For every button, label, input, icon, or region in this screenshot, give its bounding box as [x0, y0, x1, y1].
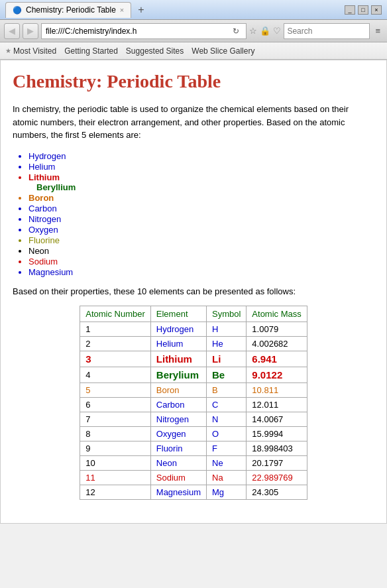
window-controls: _ □ ×: [345, 5, 382, 15]
table-row: 2 Helium He 4.002682: [80, 336, 307, 351]
table-row: 4 Berylium Be 9.0122: [80, 367, 307, 382]
element-symbol: Be: [207, 367, 247, 382]
most-visited-icon: ★: [5, 47, 11, 54]
table-row: 12 Magnesium Mg 24.305: [80, 485, 307, 499]
tab-favicon: 🔵: [13, 6, 22, 15]
atomic-mass: 18.998403: [247, 441, 307, 455]
active-tab[interactable]: 🔵 Chemistry: Periodic Table ×: [5, 2, 131, 18]
element-symbol: C: [207, 397, 247, 412]
element-symbol: Li: [207, 351, 247, 367]
atomic-mass: 14.0067: [247, 412, 307, 426]
element-symbol: He: [207, 336, 247, 351]
atomic-mass: 24.305: [247, 485, 307, 499]
atomic-number: 5: [80, 382, 151, 397]
back-icon: ◀: [9, 26, 15, 36]
element-name: Magnesium: [150, 485, 206, 499]
col-header-atomic-mass: Atomic Mass: [247, 306, 307, 322]
table-row: 1 Hydrogen H 1.0079: [80, 322, 307, 336]
page-content: Chemistry: Periodic Table In chemistry, …: [0, 60, 387, 524]
list-item: Fluorine: [28, 235, 374, 245]
element-name: Oxygen: [150, 426, 206, 441]
element-name: Neon: [150, 455, 206, 470]
security-icon[interactable]: 🔒: [260, 26, 270, 36]
atomic-mass: 12.011: [247, 397, 307, 412]
list-item: Nitrogen: [28, 214, 374, 224]
element-name: Boron: [150, 382, 206, 397]
atomic-mass: 15.9994: [247, 426, 307, 441]
atomic-mass: 4.002682: [247, 336, 307, 351]
bookmark-most-visited[interactable]: ★ Most Visited: [5, 46, 56, 56]
bookmark-label: Most Visited: [13, 46, 56, 56]
elements-list: Hydrogen Helium Lithium Beryllium Boron …: [28, 151, 374, 277]
element-name: Sodium: [150, 470, 206, 485]
back-button[interactable]: ◀: [4, 23, 20, 39]
intro-text: In chemistry, the periodic table is used…: [13, 103, 374, 142]
atomic-number: 10: [80, 455, 151, 470]
element-symbol: O: [207, 426, 247, 441]
atomic-number: 9: [80, 441, 151, 455]
tab-title: Chemistry: Periodic Table: [26, 5, 116, 15]
element-name: Fluorin: [150, 441, 206, 455]
atomic-number: 12: [80, 485, 151, 499]
navigation-bar: ◀ ▶ ↻ ☆ 🔒 ♡ ≡: [0, 20, 387, 42]
element-name: Lithium: [150, 351, 206, 367]
list-item: Sodium: [28, 257, 374, 266]
atomic-mass: 10.811: [247, 382, 307, 397]
bookmark-web-slice-gallery[interactable]: Web Slice Gallery: [192, 46, 254, 56]
tab-close-button[interactable]: ×: [120, 6, 124, 14]
minimize-button[interactable]: _: [345, 5, 355, 15]
table-row: 3 Lithium Li 6.941: [80, 351, 307, 367]
atomic-mass: 20.1797: [247, 455, 307, 470]
address-input[interactable]: [46, 27, 230, 36]
summary-text: Based on their properties, these 10 elem…: [13, 286, 374, 296]
forward-icon: ▶: [27, 26, 34, 36]
elements-table: Atomic Number Element Symbol Atomic Mass…: [80, 306, 307, 500]
list-item: Helium: [28, 162, 374, 172]
bookmark-label: Suggested Sites: [126, 46, 184, 56]
table-row: 9 Fluorin F 18.998403: [80, 441, 307, 455]
element-symbol: B: [207, 382, 247, 397]
title-bar: 🔵 Chemistry: Periodic Table × + _ □ ×: [0, 0, 387, 20]
bookmarks-bar: ★ Most Visited Getting Started Suggested…: [0, 42, 387, 60]
close-button[interactable]: ×: [371, 5, 382, 15]
favorites-icon[interactable]: ☆: [249, 26, 257, 36]
atomic-mass: 1.0079: [247, 322, 307, 336]
element-symbol: F: [207, 441, 247, 455]
atomic-number: 7: [80, 412, 151, 426]
table-row: 5 Boron B 10.811: [80, 382, 307, 397]
search-input[interactable]: [287, 27, 366, 36]
menu-icon[interactable]: ≡: [372, 25, 383, 37]
atomic-mass: 22.989769: [247, 470, 307, 485]
atomic-number: 4: [80, 367, 151, 382]
element-symbol: Na: [207, 470, 247, 485]
list-item: Magnesium: [28, 267, 374, 277]
atomic-number: 3: [80, 351, 151, 367]
element-symbol: Ne: [207, 455, 247, 470]
bookmark-suggested-sites[interactable]: Suggested Sites: [126, 46, 184, 56]
tab-bar: 🔵 Chemistry: Periodic Table × +: [5, 2, 148, 18]
list-item: Oxygen: [28, 225, 374, 235]
element-name: Carbon: [150, 397, 206, 412]
new-tab-button[interactable]: +: [134, 3, 148, 17]
maximize-button[interactable]: □: [358, 5, 368, 15]
forward-button[interactable]: ▶: [23, 23, 38, 39]
page-title: Chemistry: Periodic Table: [13, 71, 374, 92]
col-header-element: Element: [150, 306, 206, 322]
element-name: Nitrogen: [150, 412, 206, 426]
list-item: Carbon: [28, 204, 374, 213]
atomic-number: 11: [80, 470, 151, 485]
atomic-number: 6: [80, 397, 151, 412]
table-header-row: Atomic Number Element Symbol Atomic Mass: [80, 306, 307, 322]
element-name: Helium: [150, 336, 206, 351]
atomic-mass: 9.0122: [247, 367, 307, 382]
table-row: 11 Sodium Na 22.989769: [80, 470, 307, 485]
element-symbol: H: [207, 322, 247, 336]
address-bar: ↻: [41, 23, 247, 39]
table-row: 8 Oxygen O 15.9994: [80, 426, 307, 441]
element-symbol: N: [207, 412, 247, 426]
bookmark-label: Web Slice Gallery: [192, 46, 254, 56]
atomic-number: 1: [80, 322, 151, 336]
downloads-icon[interactable]: ♡: [273, 26, 281, 36]
refresh-button[interactable]: ↻: [230, 23, 243, 39]
bookmark-getting-started[interactable]: Getting Started: [64, 46, 118, 56]
